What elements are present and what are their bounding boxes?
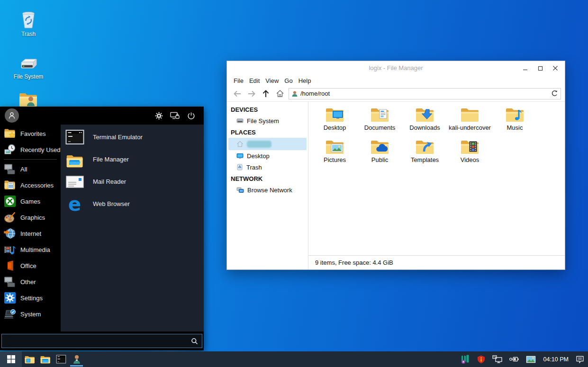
taskbar-terminal-button[interactable] [53, 351, 69, 367]
search-icon [191, 338, 198, 345]
desktop-icon-trash[interactable]: Trash [8, 10, 49, 37]
sidebar-item-home[interactable] [228, 138, 307, 150]
reload-icon [551, 90, 558, 97]
start-button[interactable] [0, 351, 22, 367]
trash-small-icon [236, 164, 243, 170]
category-all[interactable]: All [0, 161, 61, 177]
search-box[interactable] [1, 334, 202, 348]
notification-center-button[interactable] [576, 356, 584, 363]
menu-help[interactable]: Help [296, 77, 314, 84]
user-person-icon [72, 355, 81, 364]
back-button[interactable] [232, 88, 243, 99]
folder-icon [40, 355, 51, 364]
sidebar-header-devices: DEVICES [227, 104, 308, 115]
folder-downloads-icon [415, 107, 435, 123]
reload-button[interactable] [548, 89, 561, 99]
file-item-documents[interactable]: Documents [357, 107, 402, 138]
desktop-icon-label: Trash [8, 31, 49, 37]
home-button[interactable] [274, 88, 286, 99]
tray-network-button[interactable] [492, 355, 502, 363]
category-other[interactable]: Other [0, 274, 61, 290]
cmd-terminal-icon [56, 355, 66, 364]
maximize-icon [538, 66, 543, 71]
file-item-public[interactable]: Public [357, 139, 402, 170]
category-system[interactable]: System [0, 306, 61, 322]
user-avatar[interactable] [5, 108, 19, 123]
kali-updates-icon [461, 355, 470, 364]
desktop-monitor-small-icon [236, 153, 244, 159]
category-office[interactable]: Office [0, 258, 61, 274]
forward-button[interactable] [246, 88, 257, 99]
category-settings[interactable]: Settings [0, 290, 61, 306]
back-arrow-icon [233, 90, 242, 98]
xbox-icon [4, 196, 16, 207]
menu-edit[interactable]: Edit [246, 77, 262, 84]
tray-power-button[interactable] [509, 356, 519, 362]
network-icon [492, 355, 502, 363]
taskbar-explorer-button[interactable] [22, 351, 37, 367]
file-item-downloads[interactable]: Downloads [402, 107, 447, 138]
menu-separator [4, 159, 57, 160]
security-shield-icon [477, 355, 485, 364]
file-item-kali-undercover[interactable]: kali-undercover [447, 107, 492, 138]
menu-search-input[interactable] [6, 338, 191, 345]
application-list: Terminal Emulator File Manager [61, 125, 204, 331]
sidebar-header-network: NETWORK [227, 173, 308, 184]
category-multimedia[interactable]: Multimedia [0, 242, 61, 258]
tray-security-button[interactable] [477, 355, 485, 364]
lock-screen-button[interactable] [169, 109, 181, 122]
menu-view[interactable]: View [262, 77, 281, 84]
close-button[interactable] [548, 63, 563, 74]
hard-drive-small-icon [236, 118, 244, 124]
menu-file[interactable]: File [231, 77, 246, 84]
path-field[interactable]: /home/root [289, 88, 561, 99]
folder-music-icon [505, 107, 525, 123]
sidebar-item-browse-network[interactable]: Browse Network [227, 184, 308, 196]
maximize-button[interactable] [533, 63, 548, 74]
forward-arrow-icon [247, 90, 256, 98]
file-item-desktop[interactable]: Desktop [312, 107, 357, 138]
clock-documents-icon [4, 144, 16, 155]
file-item-music[interactable]: Music [492, 107, 537, 138]
sidebar-item-trash[interactable]: Trash [227, 161, 308, 173]
laptop-check-icon [4, 308, 16, 320]
desktop-icon-file-system[interactable]: File System [8, 58, 49, 80]
tray-image-viewer-button[interactable] [526, 356, 536, 363]
app-file-manager[interactable]: File Manager [61, 148, 204, 170]
category-favorites[interactable]: Favorites [0, 125, 61, 142]
sidebar-item-file-system[interactable]: File System [227, 115, 308, 126]
app-web-browser[interactable]: e Web Browser [61, 193, 204, 215]
desktop-icon-home-folder[interactable] [8, 91, 49, 107]
sidebar-header-places: PLACES [227, 126, 308, 138]
desktop-icon-label: File System [8, 73, 49, 80]
tray-kali-updates-button[interactable] [461, 355, 470, 364]
app-terminal-emulator[interactable]: Terminal Emulator [61, 126, 204, 148]
menu-settings-button[interactable] [153, 109, 165, 122]
settings-gear-icon [155, 112, 163, 120]
window-titlebar[interactable]: logix - File Manager [227, 61, 565, 75]
up-button[interactable] [260, 88, 271, 99]
file-item-videos[interactable]: Videos [447, 139, 492, 170]
category-accessories[interactable]: Accessories [0, 177, 61, 193]
power-icon [187, 112, 195, 120]
terminal-icon [65, 128, 84, 147]
folder-pictures-icon [325, 139, 345, 155]
window-title: logix - File Manager [227, 61, 565, 75]
taskbar-file-manager-button[interactable] [37, 351, 53, 367]
start-menu-header [0, 107, 204, 125]
app-mail-reader[interactable]: Mail Reader [61, 170, 204, 193]
category-games[interactable]: Games [0, 193, 61, 209]
power-button[interactable] [185, 109, 197, 122]
file-item-pictures[interactable]: Pictures [312, 139, 357, 170]
category-internet[interactable]: Internet [0, 225, 61, 242]
taskbar-clock[interactable]: 04:10 PM [543, 356, 569, 363]
minimize-button[interactable] [517, 63, 533, 74]
taskbar-user-window-button[interactable] [69, 351, 84, 367]
menu-go[interactable]: Go [281, 77, 295, 84]
category-graphics[interactable]: Graphics [0, 209, 61, 225]
home-label-redacted [247, 141, 271, 148]
file-item-templates[interactable]: Templates [402, 139, 447, 170]
folder-videos-icon [460, 139, 480, 155]
category-recently-used[interactable]: Recently Used [0, 142, 61, 158]
sidebar-item-desktop[interactable]: Desktop [227, 150, 308, 161]
